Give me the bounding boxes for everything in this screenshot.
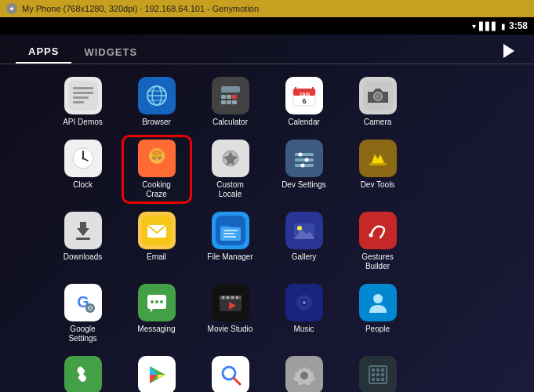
app-item-custom-locale[interactable]: CustomLocale [195, 135, 266, 204]
svg-rect-13 [221, 86, 240, 93]
app-item-gallery[interactable]: Gallery [269, 207, 340, 276]
svg-rect-17 [221, 100, 226, 104]
svg-text:JAN: JAN [298, 92, 309, 97]
app-item-gestures-builder[interactable]: GesturesBuilder [343, 207, 413, 276]
app-item-movie-studio[interactable]: Movie Studio [195, 279, 266, 348]
clock-display: 3:58 [509, 20, 528, 31]
clock-icon [64, 140, 102, 177]
svg-rect-3 [73, 92, 93, 94]
camera-label: Camera [364, 118, 392, 127]
svg-point-75 [160, 300, 163, 303]
svg-rect-1 [68, 81, 98, 111]
svg-rect-49 [369, 163, 387, 165]
svg-rect-111 [381, 378, 384, 381]
app-item-browser[interactable]: Browser [122, 72, 192, 132]
app-item-calendar[interactable]: JAN 6 Calendar [269, 72, 340, 132]
app-item-calculator[interactable]: Calculator [195, 72, 266, 132]
app-item-messaging[interactable]: Messaging [122, 279, 192, 348]
svg-rect-14 [221, 95, 226, 99]
tab-apps[interactable]: APPS [16, 41, 71, 64]
calendar-label: Calendar [288, 118, 320, 127]
movie-studio-label: Movie Studio [208, 325, 253, 334]
app-item-music[interactable]: Music [269, 279, 340, 348]
android-screen: APPS WIDGETS API Demos [0, 34, 534, 392]
gestures-builder-label: GesturesBuilder [361, 252, 394, 271]
svg-point-47 [300, 164, 304, 168]
app-item-search[interactable]: Search [195, 351, 266, 392]
status-bar: ▾ ▋▋▋ ▮ 3:58 [0, 17, 534, 34]
app-item-downloads[interactable]: Downloads [48, 207, 118, 276]
svg-rect-16 [232, 95, 237, 99]
dev-settings-label: Dev Settings [282, 180, 326, 190]
svg-rect-42 [295, 153, 314, 156]
calendar-icon: JAN 6 [285, 77, 323, 114]
wifi-icon: ▾ [472, 22, 476, 31]
app-item-superuser[interactable]: Superuser [343, 351, 413, 392]
calculator-icon [212, 77, 249, 114]
app-item-cooking-craze[interactable]: 🍔 CookingCraze [122, 135, 192, 204]
svg-rect-15 [227, 95, 231, 99]
svg-rect-59 [223, 236, 236, 238]
tab-widgets[interactable]: WIDGETS [71, 42, 150, 63]
app-item-file-manager[interactable]: File Manager [195, 207, 266, 276]
window-icon: ● [6, 3, 17, 14]
svg-point-65 [369, 234, 372, 238]
svg-rect-19 [232, 100, 237, 104]
email-label: Email [147, 252, 166, 262]
cooking-craze-icon: 🍔 [138, 140, 176, 177]
app-item-camera[interactable]: Camera [343, 72, 413, 132]
svg-point-29 [376, 94, 380, 99]
file-manager-label: File Manager [207, 252, 252, 262]
title-bar-text: My Phone (768x1280, 320dpi) · 192.168.64… [22, 4, 259, 13]
svg-rect-110 [376, 378, 380, 381]
svg-rect-43 [295, 158, 314, 162]
clock-label: Clock [73, 180, 93, 190]
svg-point-73 [151, 300, 154, 303]
svg-rect-79 [222, 296, 224, 299]
browser-label: Browser [142, 118, 171, 127]
svg-rect-105 [381, 368, 384, 372]
app-item-api-demos[interactable]: API Demos [48, 72, 118, 132]
dev-settings-icon [285, 140, 323, 177]
svg-rect-2 [73, 87, 93, 89]
api-demos-icon [64, 77, 102, 114]
svg-rect-18 [227, 100, 231, 104]
people-label: People [365, 325, 390, 334]
file-manager-icon [212, 212, 249, 249]
svg-rect-81 [231, 296, 234, 299]
svg-point-45 [298, 153, 302, 157]
app-item-play-store[interactable]: Play Store [122, 351, 192, 392]
email-icon [138, 212, 176, 249]
svg-rect-107 [376, 373, 380, 376]
app-item-settings[interactable]: Settings [269, 351, 340, 392]
messaging-icon [138, 284, 176, 321]
app-item-people[interactable]: People [343, 279, 413, 348]
app-item-phone[interactable]: Phone [48, 351, 118, 392]
settings-icon [285, 356, 323, 392]
gallery-label: Gallery [292, 252, 317, 262]
app-item-email[interactable]: Email [122, 207, 192, 276]
dev-tools-icon [359, 140, 397, 177]
svg-rect-104 [376, 368, 380, 372]
downloads-icon [64, 212, 102, 249]
svg-text:🍔: 🍔 [151, 149, 164, 162]
app-item-dev-settings[interactable]: Dev Settings [269, 135, 340, 204]
app-item-clock[interactable]: Clock [48, 135, 118, 204]
calculator-label: Calculator [213, 118, 248, 127]
music-icon [285, 284, 323, 321]
phone-icon [64, 356, 102, 392]
svg-point-87 [303, 301, 306, 304]
svg-rect-5 [73, 101, 84, 103]
app-item-google-settings[interactable]: G GoogleSettings [48, 279, 118, 348]
svg-rect-80 [227, 296, 229, 299]
play-store-icon [138, 356, 176, 392]
svg-rect-57 [223, 230, 238, 231]
app-grid: API Demos Browser [35, 64, 499, 392]
play-store-tab-icon[interactable] [499, 42, 518, 64]
title-bar: ● My Phone (768x1280, 320dpi) · 192.168.… [0, 0, 534, 17]
dev-tools-label: Dev Tools [361, 180, 395, 190]
movie-studio-icon [212, 284, 249, 321]
svg-rect-82 [236, 296, 238, 299]
app-item-dev-tools[interactable]: Dev Tools [343, 135, 413, 204]
browser-icon [138, 77, 176, 114]
